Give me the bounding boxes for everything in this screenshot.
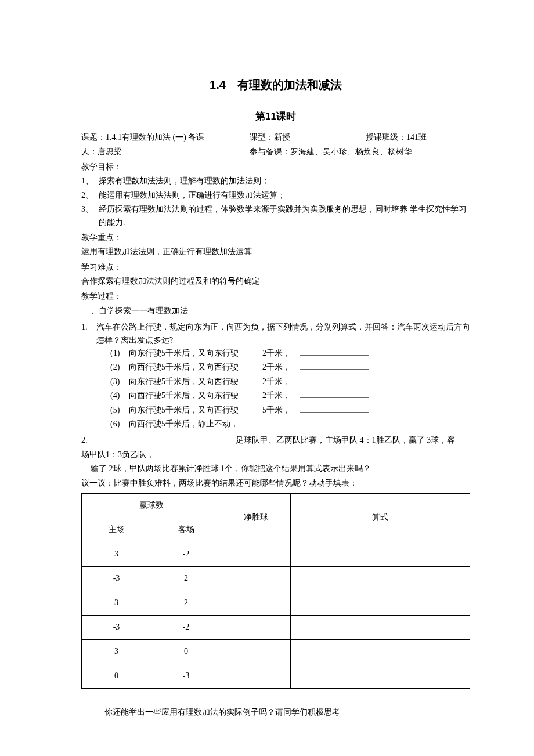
- sub-distance: 2千米，: [262, 347, 297, 360]
- cell-home: 3: [82, 542, 151, 566]
- answer-blank: [300, 363, 369, 370]
- document-title: 1.4 有理数的加法和减法: [81, 75, 470, 94]
- table-row: -3 2: [82, 566, 470, 591]
- answer-blank: [300, 377, 369, 384]
- cell-net: [221, 664, 291, 688]
- goal-num: 1、: [81, 175, 99, 187]
- cell-away: -3: [151, 664, 221, 688]
- cell-home: 0: [82, 664, 151, 688]
- sub-question: (5) 向东行驶5千米后，又向西行驶 5千米，: [110, 404, 470, 417]
- table-row: 3 -2: [82, 542, 470, 566]
- head-expr: 算式: [291, 493, 470, 542]
- cell-expr: [291, 615, 470, 639]
- meta-row-2: 人：唐思梁 参与备课：罗海建、吴小珍、杨焕良、杨树华: [81, 146, 470, 158]
- goal-text: 探索有理数加法法则，理解有理数的加法法则；: [99, 175, 470, 187]
- type-label: 课型：新授: [250, 131, 366, 144]
- cell-net: [221, 615, 291, 639]
- cell-home: 3: [82, 639, 151, 664]
- teacher-label: 人：唐思梁: [81, 146, 250, 158]
- cell-net: [221, 591, 291, 615]
- sub-question: (4) 向西行驶5千米后，又向东行驶 2千米，: [110, 389, 470, 402]
- goal-item: 2、 能运用有理数加法法则，正确进行有理数加法运算；: [81, 189, 470, 202]
- topic-label: 课题：1.4.1有理数的加法 (一) 备课: [81, 131, 250, 144]
- goal-item: 1、 探索有理数加法法则，理解有理数的加法法则；: [81, 175, 470, 187]
- table-row: 3 0: [82, 639, 470, 664]
- sub-question: (3) 向东行驶5千米后，又向西行驶 2千米，: [110, 375, 470, 388]
- table-row: -3 -2: [82, 615, 470, 639]
- sub-distance: 5千米，: [262, 404, 297, 417]
- question-text: 汽车在公路上行驶，规定向东为正，向西为负，据下列情况，分别列算式，并回答：汽车两…: [96, 321, 470, 347]
- keypoint-heading: 教学重点：: [81, 231, 470, 244]
- sub-index: (1): [110, 347, 129, 360]
- cell-expr: [291, 542, 470, 566]
- question-number: 2.: [81, 434, 96, 447]
- sub-distance: 2千米，: [262, 375, 297, 388]
- self-study-heading: 、自学探索一一有理数加法: [81, 305, 470, 317]
- sub-question: (2) 向西行驶5千米后，又向西行驶 2千米，: [110, 361, 470, 374]
- participants-label: 参与备课：罗海建、吴小珍、杨焕良、杨树华: [250, 146, 412, 158]
- class-label: 授课班级：141班: [366, 131, 470, 144]
- cell-home: 3: [82, 591, 151, 615]
- process-heading: 教学过程：: [81, 290, 470, 303]
- sub-body: 向西行驶5千米后，静止不动，: [129, 418, 262, 431]
- sub-body: 向西行驶5千米后，又向东行驶: [129, 389, 262, 402]
- cell-expr: [291, 639, 470, 664]
- sub-home: 主场: [82, 518, 151, 542]
- answer-blank: [300, 406, 369, 413]
- table-header-row: 赢球数 净胜球 算式: [82, 493, 470, 518]
- question-2: 2. 足球队甲、乙两队比赛，主场甲队 4：1胜乙队，赢了 3球，客: [81, 434, 470, 447]
- sub-question-list: (1) 向东行驶5千米后，又向东行驶 2千米， (2) 向西行驶5千米后，又向西…: [81, 347, 470, 431]
- sub-index: (2): [110, 361, 129, 374]
- sub-index: (3): [110, 375, 129, 388]
- sub-question: (1) 向东行驶5千米后，又向东行驶 2千米，: [110, 347, 470, 360]
- sub-body: 向东行驶5千米后，又向西行驶: [129, 375, 262, 388]
- score-table: 赢球数 净胜球 算式 主场 客场 3 -2 -3 2 3 2 -3 -2 3 0…: [81, 493, 470, 689]
- sub-index: (4): [110, 389, 129, 402]
- q2-line3: 输了 2球，甲队两场比赛累计净胜球 1个，你能把这个结果用算式表示出来吗？: [81, 462, 470, 475]
- sub-distance: 2千米，: [262, 361, 297, 374]
- cell-net: [221, 639, 291, 664]
- cell-away: 0: [151, 639, 221, 664]
- question-number: 1.: [81, 321, 96, 347]
- cell-home: -3: [82, 566, 151, 591]
- meta-row-1: 课题：1.4.1有理数的加法 (一) 备课 课型：新授 授课班级：141班: [81, 131, 470, 144]
- keypoint-text: 运用有理数加法法则，正确进行有理数加法运算: [81, 245, 470, 258]
- goal-text: 经历探索有理数加法法则的过程，体验数学来源于实践并为实践服务的思想，同时培养 学…: [99, 203, 470, 229]
- cell-away: -2: [151, 615, 221, 639]
- cell-away: 2: [151, 566, 221, 591]
- cell-home: -3: [82, 615, 151, 639]
- sub-body: 向东行驶5千米后，又向东行驶: [129, 347, 262, 360]
- cell-expr: [291, 566, 470, 591]
- q2-line2: 场甲队1：3负乙队，: [81, 448, 470, 461]
- question-1: 1. 汽车在公路上行驶，规定向东为正，向西为负，据下列情况，分别列算式，并回答：…: [81, 321, 470, 347]
- goals-heading: 教学目标：: [81, 161, 470, 173]
- answer-blank: [300, 349, 369, 356]
- cell-net: [221, 566, 291, 591]
- goal-num: 3、: [81, 203, 99, 229]
- table-row: 3 2: [82, 591, 470, 615]
- sub-index: (5): [110, 404, 129, 417]
- answer-blank: [300, 391, 369, 398]
- q2-line4: 议一议：比赛中胜负难料，两场比赛的结果还可能哪些情况呢？动动手填表：: [81, 477, 470, 490]
- sub-question: (6) 向西行驶5千米后，静止不动，: [110, 418, 470, 431]
- goal-num: 2、: [81, 189, 99, 202]
- q2-line1: 足球队甲、乙两队比赛，主场甲队 4：1胜乙队，赢了 3球，客: [236, 436, 455, 444]
- cell-expr: [291, 664, 470, 688]
- goal-text: 能运用有理数加法法则，正确进行有理数加法运算；: [99, 189, 470, 202]
- cell-expr: [291, 591, 470, 615]
- cell-net: [221, 542, 291, 566]
- head-net: 净胜球: [221, 493, 291, 542]
- cell-away: -2: [151, 542, 221, 566]
- difficulty-heading: 学习难点：: [81, 261, 470, 274]
- sub-index: (6): [110, 418, 129, 431]
- question-text: 足球队甲、乙两队比赛，主场甲队 4：1胜乙队，赢了 3球，客: [96, 434, 470, 447]
- sub-body: 向东行驶5千米后，又向西行驶: [129, 404, 262, 417]
- head-win: 赢球数: [82, 493, 221, 518]
- table-row: 0 -3: [82, 664, 470, 688]
- document-subtitle: 第11课时: [81, 108, 470, 124]
- goal-item: 3、 经历探索有理数加法法则的过程，体验数学来源于实践并为实践服务的思想，同时培…: [81, 203, 470, 229]
- closing-text: 你还能举出一些应用有理数加法的实际例子吗？请同学们积极思考: [81, 706, 470, 719]
- sub-body: 向西行驶5千米后，又向西行驶: [129, 361, 262, 374]
- cell-away: 2: [151, 591, 221, 615]
- sub-away: 客场: [151, 518, 221, 542]
